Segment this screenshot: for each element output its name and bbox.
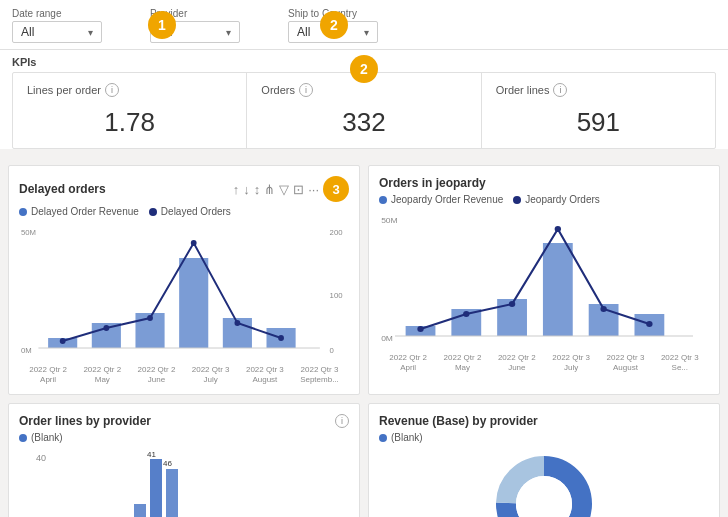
legend-label-revenue-blank: (Blank) xyxy=(391,432,423,443)
svg-rect-23 xyxy=(543,243,573,336)
order-lines-provider-header: Order lines by provider i xyxy=(19,414,349,428)
order-lines-provider-chart: 40 41 46 xyxy=(19,449,349,517)
svg-point-13 xyxy=(147,315,153,321)
legend-blank: (Blank) xyxy=(19,432,63,443)
legend-dot-blank xyxy=(19,434,27,442)
filter-bar: Date range All ▾ 1 Provider All ▾ 2 Ship… xyxy=(0,0,728,50)
jeopardy-orders-panel: Orders in jeopardy Jeopardy Order Revenu… xyxy=(368,165,720,395)
kpi-value-orders: 332 xyxy=(261,107,466,138)
kpi-card-orders: 2 Orders i 332 xyxy=(247,73,481,148)
x-label-j-april: 2022 Qtr 2April xyxy=(389,353,427,372)
svg-point-26 xyxy=(417,326,423,332)
kpi-card-order-lines: Order lines i 591 xyxy=(482,73,715,148)
more-icon[interactable]: ··· xyxy=(308,182,319,197)
delayed-orders-legend: Delayed Order Revenue Delayed Orders xyxy=(19,206,349,217)
sort-az-icon[interactable]: ↕ xyxy=(254,182,261,197)
svg-text:0M: 0M xyxy=(381,334,393,343)
delayed-orders-title: Delayed orders xyxy=(19,182,106,196)
x-label-may: 2022 Qtr 2May xyxy=(83,365,121,384)
delayed-orders-panel: Delayed orders ↑ ↓ ↕ ⋔ ▽ ⊡ ··· 3 Delayed… xyxy=(8,165,360,395)
delayed-orders-svg: 50M 0M 200 100 0 xyxy=(19,223,349,363)
x-label-j-sep: 2022 Qtr 3Se... xyxy=(661,353,699,372)
svg-rect-36 xyxy=(166,469,178,517)
revenue-provider-legend: (Blank) xyxy=(379,432,709,443)
legend-dot-orders xyxy=(149,208,157,216)
legend-label-orders: Delayed Orders xyxy=(161,206,231,217)
info-icon-order-lines[interactable]: i xyxy=(553,83,567,97)
svg-point-14 xyxy=(191,240,197,246)
kpi-card-lines-per-order: Lines per order i 1.78 xyxy=(13,73,247,148)
svg-point-30 xyxy=(600,306,606,312)
legend-label-revenue: Delayed Order Revenue xyxy=(31,206,139,217)
order-lines-provider-legend: (Blank) xyxy=(19,432,349,443)
info-icon[interactable]: i xyxy=(105,83,119,97)
order-lines-provider-panel: Order lines by provider i (Blank) 40 41 … xyxy=(8,403,360,517)
legend-label-jeopardy-orders: Jeopardy Orders xyxy=(525,194,599,205)
svg-text:46: 46 xyxy=(163,459,172,468)
jeopardy-orders-header: Orders in jeopardy xyxy=(379,176,709,190)
svg-point-29 xyxy=(555,226,561,232)
order-lines-provider-title: Order lines by provider xyxy=(19,414,151,428)
svg-text:40: 40 xyxy=(36,453,46,463)
badge-2: 2 xyxy=(320,11,348,39)
legend-delayed-revenue: Delayed Order Revenue xyxy=(19,206,139,217)
sort-asc-icon[interactable]: ↑ xyxy=(233,182,240,197)
info-icon-orders[interactable]: i xyxy=(299,83,313,97)
svg-text:200: 200 xyxy=(330,228,344,237)
kpi-title-lines-per-order: Lines per order xyxy=(27,84,101,96)
svg-text:50M: 50M xyxy=(381,216,398,225)
x-label-august: 2022 Qtr 3August xyxy=(246,365,284,384)
kpi-title-orders: Orders xyxy=(261,84,295,96)
x-label-j-june: 2022 Qtr 2June xyxy=(498,353,536,372)
svg-point-28 xyxy=(509,301,515,307)
svg-rect-34 xyxy=(134,504,146,517)
x-label-june: 2022 Qtr 2June xyxy=(138,365,176,384)
svg-text:0: 0 xyxy=(330,346,335,355)
ship-to-country-value: All xyxy=(297,25,310,39)
legend-dot-jeopardy-revenue xyxy=(379,196,387,204)
legend-dot-revenue-blank xyxy=(379,434,387,442)
date-range-value: All xyxy=(21,25,34,39)
info-icon-order-lines-provider[interactable]: i xyxy=(335,414,349,428)
revenue-provider-svg xyxy=(484,449,604,517)
badge-3: 3 xyxy=(323,176,349,202)
expand-icon[interactable]: ⊡ xyxy=(293,182,304,197)
delayed-orders-chart: 50M 0M 200 100 0 xyxy=(19,223,349,363)
x-label-april: 2022 Qtr 2April xyxy=(29,365,67,384)
revenue-provider-panel: Revenue (Base) by provider (Blank) xyxy=(368,403,720,517)
delayed-orders-x-labels: 2022 Qtr 2April 2022 Qtr 2May 2022 Qtr 2… xyxy=(19,365,349,384)
svg-rect-8 xyxy=(179,258,208,348)
sort-desc-icon[interactable]: ↓ xyxy=(243,182,250,197)
svg-point-27 xyxy=(463,311,469,317)
kpi-value-order-lines: 591 xyxy=(496,107,701,138)
kpi-title-order-lines: Order lines xyxy=(496,84,550,96)
order-lines-provider-svg: 40 41 46 xyxy=(19,449,349,517)
svg-point-31 xyxy=(646,321,652,327)
svg-text:41: 41 xyxy=(147,450,156,459)
jeopardy-orders-legend: Jeopardy Order Revenue Jeopardy Orders xyxy=(379,194,709,205)
legend-jeopardy-orders: Jeopardy Orders xyxy=(513,194,599,205)
svg-point-16 xyxy=(278,335,284,341)
legend-label-blank: (Blank) xyxy=(31,432,63,443)
date-range-select[interactable]: All ▾ xyxy=(12,21,102,43)
x-label-j-august: 2022 Qtr 3August xyxy=(607,353,645,372)
kpi-cards: Lines per order i 1.78 2 Orders i 332 Or… xyxy=(12,72,716,149)
legend-delayed-orders: Delayed Orders xyxy=(149,206,231,217)
chart-toolbar: ↑ ↓ ↕ ⋔ ▽ ⊡ ··· 3 xyxy=(233,176,349,202)
x-label-j-july: 2022 Qtr 3July xyxy=(552,353,590,372)
svg-rect-35 xyxy=(150,459,162,517)
x-label-j-may: 2022 Qtr 2May xyxy=(444,353,482,372)
x-label-september: 2022 Qtr 3Septemb... xyxy=(300,365,339,384)
date-range-label: Date range xyxy=(12,8,102,19)
svg-text:0M: 0M xyxy=(21,346,32,355)
jeopardy-orders-svg: 50M 0M xyxy=(379,211,709,351)
x-label-july: 2022 Qtr 3July xyxy=(192,365,230,384)
hierarchy-icon[interactable]: ⋔ xyxy=(264,182,275,197)
svg-text:100: 100 xyxy=(330,291,344,300)
delayed-orders-header: Delayed orders ↑ ↓ ↕ ⋔ ▽ ⊡ ··· 3 xyxy=(19,176,349,202)
legend-label-jeopardy-revenue: Jeopardy Order Revenue xyxy=(391,194,503,205)
chevron-down-icon: ▾ xyxy=(364,27,369,38)
filter-icon[interactable]: ▽ xyxy=(279,182,289,197)
svg-point-11 xyxy=(60,338,66,344)
legend-dot-jeopardy-orders xyxy=(513,196,521,204)
